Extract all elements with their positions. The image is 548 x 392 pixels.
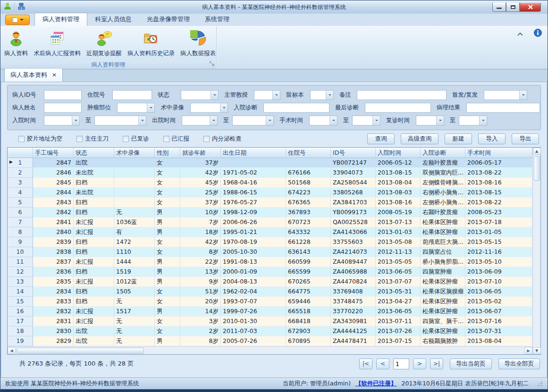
checkbox-已复诊[interactable]: 已复诊 bbox=[123, 135, 149, 143]
last-page-button[interactable]: >| bbox=[430, 359, 443, 369]
filter-combo-状态[interactable] bbox=[181, 90, 219, 100]
table-row[interactable]: 132835未汇报1012蓝男9岁2004-08-13670265ZA44708… bbox=[8, 277, 532, 287]
table-row[interactable]: 92839归档1472女42岁1970-08-19661228337556032… bbox=[8, 237, 532, 247]
filter-input-入院诊断[interactable] bbox=[263, 103, 329, 113]
table-row[interactable]: 162832未汇报1517男14岁1999-07-266655183377022… bbox=[8, 307, 532, 317]
collapse-ribbon-chevron-icon[interactable] bbox=[517, 29, 523, 38]
postop-report-button[interactable]: 术后病人汇报资料 bbox=[31, 28, 84, 59]
filter-input-病人ID号[interactable] bbox=[44, 90, 82, 100]
header-cell-住院号[interactable]: 住院号 bbox=[286, 148, 331, 158]
maximize-button[interactable] bbox=[506, 3, 520, 12]
header-cell-手工编号[interactable]: 手工编号 bbox=[33, 148, 74, 158]
table-row[interactable]: 152833归档无女20岁1993-07-0765944633748475201… bbox=[8, 297, 532, 307]
filter-combo-至[interactable] bbox=[232, 116, 274, 125]
checkbox-胶片地址为空[interactable]: 胶片地址为空 bbox=[18, 135, 62, 143]
vertical-scrollbar: ▲ ▼ bbox=[532, 148, 540, 354]
scroll-right-arrow-icon[interactable]: ▶ bbox=[524, 347, 532, 354]
header-cell-手术时间[interactable]: 手术时间 bbox=[465, 148, 532, 158]
patient-report-button[interactable]: 病人数据报表 bbox=[177, 28, 219, 59]
table-row[interactable]: 72841未汇报1036蓝男7岁2006-06-26670723QA002552… bbox=[8, 217, 532, 227]
ribbon-tab-4[interactable]: 系统管理 bbox=[197, 13, 237, 26]
patient-history-button[interactable]: 病人资料历史记录 bbox=[125, 28, 177, 59]
checkbox-主任主刀[interactable]: 主任主刀 bbox=[76, 135, 109, 143]
first-page-button[interactable]: |< bbox=[359, 359, 372, 369]
scroll-up-arrow-icon[interactable]: ▲ bbox=[533, 148, 541, 155]
filter-combo-出院时间[interactable] bbox=[182, 116, 218, 125]
table-row[interactable]: 32845归档女45岁1968-04-16501568ZA25805442013… bbox=[8, 178, 532, 188]
table-row[interactable]: 142834归档1505女51岁1962-02-0466477533769408… bbox=[8, 287, 532, 297]
table-row[interactable]: 52843归档女37岁1976-05-27676365ZA38417032013… bbox=[8, 198, 532, 208]
minimize-button[interactable] bbox=[492, 3, 506, 12]
checkbox-已汇报[interactable]: 已汇报 bbox=[163, 135, 190, 143]
cell: 女 bbox=[155, 168, 180, 178]
header-cell-就诊年龄[interactable]: 就诊年龄 bbox=[180, 148, 221, 158]
quick-access-orgchart-icon[interactable] bbox=[18, 3, 25, 12]
table-row[interactable]: 102838归档1110女8岁2005-10-30636143ZA4214073… bbox=[8, 247, 532, 257]
scroll-down-arrow-icon[interactable]: ▼ bbox=[533, 347, 541, 354]
table-row[interactable]: 22846未出院女42岁1971-05-02676166339040732013… bbox=[8, 168, 532, 178]
checkbox-内分泌检查[interactable]: 内分泌检查 bbox=[203, 135, 242, 143]
application-menu-button[interactable] bbox=[5, 15, 30, 25]
doc-tab-close-icon[interactable]: ✕ bbox=[52, 72, 57, 78]
filter-combo-首发/复发[interactable] bbox=[484, 90, 527, 100]
table-row[interactable]: 182830出院无女2岁2011-07-03672903ZA4444125201… bbox=[8, 326, 532, 336]
close-button[interactable] bbox=[520, 3, 541, 12]
filter-input-最后诊断[interactable] bbox=[365, 103, 431, 113]
horizontal-scroll-thumb[interactable] bbox=[17, 348, 144, 354]
ribbon-tab-2[interactable]: 科室人员信息 bbox=[87, 13, 139, 26]
table-row[interactable]: 122836归档1519男13岁2000-01-09665599ZA406598… bbox=[8, 267, 532, 277]
next-page-button[interactable]: > bbox=[413, 359, 426, 369]
checkbox-box bbox=[163, 136, 169, 142]
page-number-input[interactable] bbox=[393, 359, 409, 369]
prev-page-button[interactable]: < bbox=[376, 359, 389, 369]
revisit-reminder-button[interactable]: 近期复诊提醒 bbox=[84, 28, 125, 59]
header-cell-入院时间[interactable]: 入院时间 bbox=[376, 148, 421, 158]
table-row[interactable]: 82840未汇报有男18岁1995-01-21643332ZA414306620… bbox=[8, 227, 532, 237]
filter-combo-留标本[interactable] bbox=[310, 90, 334, 100]
filter-input-备注[interactable] bbox=[357, 90, 447, 100]
table-row[interactable]: 1▶2847出院女37岁YB00721472006-05-12左额叶胶质瘤200… bbox=[8, 158, 532, 168]
action-button-导出[interactable]: 导出 bbox=[512, 133, 539, 144]
filter-combo-主管教授[interactable] bbox=[254, 90, 280, 100]
filter-input-病理结果[interactable] bbox=[466, 103, 540, 113]
filter-combo-术中录像[interactable] bbox=[190, 103, 228, 113]
ribbon-tab-3[interactable]: 光盘录像带管理 bbox=[139, 13, 197, 26]
header-cell-性别[interactable]: 性别 bbox=[155, 148, 180, 158]
export-all-pages-button[interactable]: 导出全部页 bbox=[498, 359, 540, 369]
filter-combo-至[interactable] bbox=[94, 116, 146, 125]
action-button-导入[interactable]: 导入 bbox=[478, 133, 506, 144]
filter-combo-肿瘤部位[interactable] bbox=[117, 103, 155, 113]
table-row[interactable]: 62842归档无男10岁1998-12-09367893YB0099173200… bbox=[8, 208, 532, 217]
header-cell-入院诊断[interactable]: 入院诊断 bbox=[421, 148, 465, 158]
scroll-left-arrow-icon[interactable]: ◀ bbox=[8, 347, 16, 354]
filter-combo-入院时间[interactable] bbox=[44, 116, 80, 125]
export-current-page-button[interactable]: 导出当前页 bbox=[450, 359, 492, 369]
table-row[interactable]: 172831未汇报无女3岁2010-01-30668418ZA343098120… bbox=[8, 317, 532, 326]
filter-combo-手术时间[interactable] bbox=[309, 116, 337, 125]
table-row[interactable]: 112837未汇报1444男22岁1991-08-13660599ZA40894… bbox=[8, 257, 532, 267]
dialog-launcher-icon[interactable] bbox=[210, 61, 214, 67]
header-cell-状态[interactable]: 状态 bbox=[74, 148, 114, 158]
filter-combo-复诊时间[interactable] bbox=[416, 116, 444, 125]
table-row[interactable]: 192829出院无男8岁2005-07-26670895ZA4478471201… bbox=[8, 336, 532, 346]
filter-input-住院号[interactable] bbox=[112, 90, 152, 100]
patient-data-button[interactable]: 病人资料 bbox=[1, 28, 31, 59]
vertical-scroll-thumb[interactable] bbox=[534, 156, 540, 181]
filter-input-病人姓名[interactable] bbox=[44, 103, 82, 113]
action-button-高级查询[interactable]: 高级查询 bbox=[401, 133, 438, 144]
resize-grip[interactable] bbox=[537, 381, 543, 386]
filter-combo-至[interactable] bbox=[459, 116, 487, 125]
filter-combo-至[interactable] bbox=[352, 116, 380, 125]
header-cell-出生日期[interactable]: 出生日期 bbox=[221, 148, 286, 158]
doc-tab-patient-basic-info[interactable]: 病人基本资料 ✕ bbox=[4, 68, 63, 82]
header-cell-selector[interactable] bbox=[8, 148, 33, 158]
table-row[interactable]: 42844未出院女25岁1988-06-15674223338052682013… bbox=[8, 188, 532, 198]
header-cell-术中录像[interactable]: 术中录像 bbox=[114, 148, 155, 158]
info-icon[interactable] bbox=[534, 29, 542, 39]
cell: ZA3841703 bbox=[331, 198, 376, 208]
action-button-新建[interactable]: 新建 bbox=[445, 133, 472, 144]
software-registered-link[interactable]: 【软件已注册】 bbox=[355, 380, 397, 388]
action-button-查询[interactable]: 查询 bbox=[367, 133, 395, 144]
ribbon-tab-1[interactable]: 病人资料管理 bbox=[34, 13, 87, 26]
header-cell-ID号[interactable]: ID号 bbox=[331, 148, 376, 158]
